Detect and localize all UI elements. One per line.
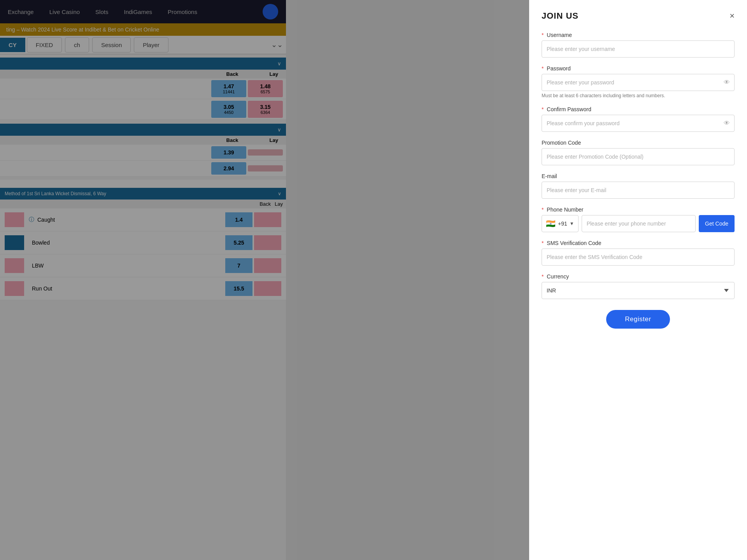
promo-code-group: Promotion Code — [542, 140, 735, 165]
username-label: * Username — [542, 32, 735, 38]
currency-required: * — [542, 273, 544, 280]
sms-code-group: * SMS Verification Code — [542, 240, 735, 266]
confirm-password-group: * Confirm Password 👁 — [542, 106, 735, 132]
currency-label: * Currency — [542, 273, 735, 280]
phone-required: * — [542, 206, 544, 213]
email-input[interactable] — [542, 182, 735, 199]
confirm-password-input[interactable] — [542, 115, 735, 132]
phone-group: * Phone Number 🇮🇳 +91 ▼ Get Code — [542, 206, 735, 232]
password-label: * Password — [542, 65, 735, 72]
password-input[interactable] — [542, 74, 735, 91]
modal-header: JOIN US × — [542, 11, 735, 21]
phone-row: 🇮🇳 +91 ▼ Get Code — [542, 215, 735, 232]
username-group: * Username — [542, 32, 735, 58]
password-group: * Password 👁 Must be at least 6 characte… — [542, 65, 735, 98]
confirm-password-input-wrapper: 👁 — [542, 115, 735, 132]
promo-code-label: Promotion Code — [542, 140, 735, 146]
phone-code: +91 — [558, 220, 567, 227]
password-hint: Must be at least 6 characters including … — [542, 93, 735, 98]
sms-code-input[interactable] — [542, 248, 735, 266]
currency-select[interactable]: INR USD EUR — [542, 282, 735, 299]
username-input[interactable] — [542, 40, 735, 58]
phone-number-input[interactable] — [582, 215, 696, 232]
phone-label: * Phone Number — [542, 206, 735, 213]
sms-code-required: * — [542, 240, 544, 246]
username-required: * — [542, 32, 544, 38]
phone-country-selector[interactable]: 🇮🇳 +91 ▼ — [542, 215, 579, 232]
password-input-wrapper: 👁 — [542, 74, 735, 91]
confirm-password-label: * Confirm Password — [542, 106, 735, 112]
join-modal: JOIN US × * Username * Password 👁 Must b… — [529, 0, 747, 560]
username-label-text: Username — [547, 32, 572, 38]
phone-label-text: Phone Number — [547, 206, 583, 213]
currency-label-text: Currency — [547, 273, 569, 280]
modal-title: JOIN US — [542, 11, 579, 21]
get-code-button[interactable]: Get Code — [699, 215, 735, 232]
email-label: E-mail — [542, 173, 735, 179]
email-group: E-mail — [542, 173, 735, 199]
register-button[interactable]: Register — [606, 310, 670, 329]
chevron-down-icon: ▼ — [570, 221, 574, 226]
currency-group: * Currency INR USD EUR — [542, 273, 735, 299]
sms-code-label-text: SMS Verification Code — [547, 240, 601, 246]
password-required: * — [542, 65, 544, 72]
confirm-password-label-text: Confirm Password — [547, 106, 591, 112]
password-label-text: Password — [547, 65, 570, 72]
confirm-password-required: * — [542, 106, 544, 112]
close-button[interactable]: × — [729, 12, 735, 20]
password-toggle-icon[interactable]: 👁 — [724, 79, 730, 86]
sms-code-label: * SMS Verification Code — [542, 240, 735, 246]
promo-code-input[interactable] — [542, 148, 735, 165]
india-flag-icon: 🇮🇳 — [546, 219, 556, 228]
confirm-password-toggle-icon[interactable]: 👁 — [724, 120, 730, 127]
